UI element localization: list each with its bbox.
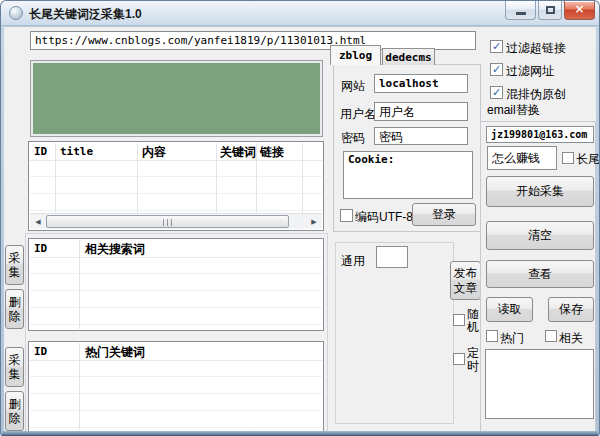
email-input[interactable]: jz199801@163.com <box>486 126 594 143</box>
start-collect-button[interactable]: 开始采集 <box>486 176 594 207</box>
password-label: 密码 <box>341 130 365 147</box>
scroll-left-icon[interactable]: ◀ <box>30 214 46 229</box>
header-divider <box>30 360 322 361</box>
window-bottom-border <box>2 431 598 435</box>
username-input[interactable]: 用户名 <box>374 102 468 121</box>
general-label: 通用 <box>341 253 365 270</box>
site-label: 网站 <box>341 78 365 95</box>
site-input[interactable]: localhost <box>374 74 468 93</box>
filter-url-label: 过滤网址 <box>506 63 554 80</box>
filter-url-checkbox[interactable]: ✓ <box>490 63 503 76</box>
col-header-id[interactable]: ID <box>34 242 47 255</box>
keyword-input[interactable]: 怎么赚钱 <box>487 146 557 170</box>
general-input[interactable] <box>376 246 408 268</box>
collect-related-button[interactable]: 采集 <box>5 245 24 285</box>
result-textarea[interactable] <box>485 349 594 419</box>
filter-hyperlink-checkbox[interactable]: ✓ <box>490 40 503 53</box>
col-header-related-words[interactable]: 相关搜索词 <box>85 241 145 258</box>
filter-hyperlink-label: 过滤超链接 <box>506 40 566 57</box>
table-rows <box>30 160 322 213</box>
tab-dedecms[interactable]: dedecms <box>382 48 435 65</box>
email-replace-label: email替换 <box>487 102 540 119</box>
close-icon: × <box>574 2 584 16</box>
timer-label: 定时 <box>467 347 481 373</box>
clear-button[interactable]: 清空 <box>486 221 594 250</box>
hot-label: 热门 <box>500 330 524 347</box>
scrollbar-thumb[interactable] <box>46 215 289 228</box>
col-header-id[interactable]: ID <box>34 145 47 158</box>
horizontal-scrollbar[interactable]: ◀ ▶ <box>30 213 322 229</box>
table-rows <box>30 360 322 430</box>
pseudo-original-checkbox[interactable]: ✓ <box>490 86 503 99</box>
col-header-keyword[interactable]: 关键词 <box>220 144 256 161</box>
app-icon <box>9 6 23 20</box>
delete-related-button[interactable]: 删除 <box>5 289 24 329</box>
banner-box <box>30 60 323 137</box>
close-button[interactable]: × <box>564 1 595 20</box>
publish-article-button[interactable]: 发布文章 <box>450 261 481 300</box>
tab-zblog[interactable]: zblog <box>330 45 381 65</box>
col-header-id[interactable]: ID <box>34 345 47 358</box>
minimize-button[interactable] <box>505 1 536 20</box>
col-header-hot-keywords[interactable]: 热门关键词 <box>85 344 145 361</box>
save-button[interactable]: 保存 <box>548 297 594 322</box>
delete-hot-button[interactable]: 删除 <box>5 391 24 431</box>
scroll-right-icon[interactable]: ▶ <box>306 214 322 229</box>
related-label: 相关 <box>559 330 583 347</box>
column-divider <box>216 143 217 213</box>
app-window: 长尾关键词泛采集1.0 × https://www.cnblogs.com/ya… <box>0 0 600 436</box>
hot-keywords-table[interactable]: ID 热门关键词 <box>28 341 324 432</box>
column-divider <box>79 240 80 329</box>
related-words-table[interactable]: ID 相关搜索词 <box>28 238 324 331</box>
longtail-label: 长尾 <box>576 151 600 168</box>
col-header-content[interactable]: 内容 <box>142 144 166 161</box>
pseudo-original-label: 混排伪原创 <box>506 86 566 103</box>
maximize-icon <box>546 6 555 14</box>
timer-checkbox[interactable] <box>453 353 465 365</box>
longtail-checkbox[interactable] <box>562 152 574 164</box>
client-area: https://www.cnblogs.com/yanfei1819/p/113… <box>4 26 596 432</box>
column-divider <box>79 343 80 430</box>
column-divider <box>302 143 303 213</box>
column-divider <box>55 143 56 213</box>
check-icon: ✓ <box>492 63 501 76</box>
header-divider <box>30 257 322 258</box>
table-rows <box>30 257 322 329</box>
scrollbar-grip-icon <box>163 219 174 226</box>
read-button[interactable]: 读取 <box>486 297 533 322</box>
login-button[interactable]: 登录 <box>412 203 476 226</box>
random-checkbox[interactable] <box>453 314 465 326</box>
encoding-utf8-label: 编码UTF-8 <box>355 209 413 226</box>
check-icon: ✓ <box>492 86 501 99</box>
check-icon: ✓ <box>492 40 501 53</box>
related-checkbox[interactable] <box>545 330 557 342</box>
maximize-button[interactable] <box>538 1 562 20</box>
col-header-link[interactable]: 链接 <box>260 144 284 161</box>
username-label: 用户名 <box>340 106 376 123</box>
column-divider <box>256 143 257 213</box>
encoding-utf8-checkbox[interactable] <box>340 209 353 222</box>
collect-hot-button[interactable]: 采集 <box>5 347 24 387</box>
hot-checkbox[interactable] <box>486 330 498 342</box>
minimize-icon <box>516 12 526 15</box>
window-title: 长尾关键词泛采集1.0 <box>29 6 142 23</box>
view-button[interactable]: 查看 <box>486 260 594 288</box>
column-divider <box>137 143 138 213</box>
col-header-title[interactable]: title <box>60 145 93 158</box>
main-results-table[interactable]: ID title 内容 关键词 链接 ◀ ▶ <box>28 141 324 231</box>
title-bar[interactable]: 长尾关键词泛采集1.0 × <box>1 1 599 26</box>
cookie-textarea[interactable]: Cookie: <box>343 151 473 199</box>
random-label: 随机 <box>467 308 481 334</box>
password-input[interactable]: 密码 <box>374 127 468 145</box>
